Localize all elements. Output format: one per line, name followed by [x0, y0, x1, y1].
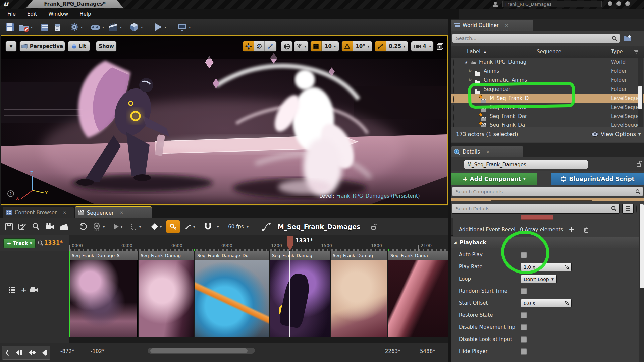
settings-button[interactable]: ▾ [69, 22, 83, 32]
camera-speed-button[interactable]: 4▾ [411, 41, 434, 52]
content-browser-tab[interactable]: Content Browser ✕ [3, 207, 74, 218]
window-maximize-button[interactable] [616, 1, 621, 6]
sequence-clip[interactable]: Seq_Frank_Damage_S [70, 251, 138, 337]
rotate-tool-button[interactable] [254, 41, 264, 51]
step-backward-button[interactable] [15, 349, 22, 356]
create-camera-button[interactable] [45, 222, 55, 231]
content-browser-tab-close-icon[interactable]: ✕ [63, 210, 66, 215]
build-dropdown[interactable]: ▾ [141, 25, 143, 29]
field-expand-icon[interactable] [565, 265, 569, 269]
visibility-eye-icon[interactable] [453, 69, 454, 75]
play-reverse-button[interactable] [42, 349, 47, 356]
launch-button[interactable]: ▾ [177, 22, 191, 32]
sequencer-save-button[interactable] [5, 222, 13, 231]
spawnable-options-button[interactable]: ▾ [92, 222, 105, 231]
sequencer-save-as-button[interactable] [18, 222, 27, 231]
sequence-clip[interactable]: Seq_Frank_Damag [331, 251, 387, 337]
column-sequence[interactable]: Sequence [537, 49, 561, 55]
curve-editor-button[interactable] [262, 222, 272, 231]
keyframe-dropdown[interactable]: ▾ [160, 225, 162, 229]
panel-divider[interactable] [448, 19, 451, 362]
build-button[interactable]: ▾ [129, 22, 143, 32]
playback-options-button[interactable]: ▾ [113, 223, 122, 230]
fps-dropdown[interactable]: 60 fps▾ [228, 224, 249, 230]
sequence-clip[interactable]: Seq_Frank_Damag [139, 251, 194, 337]
range-start-inner[interactable]: -102* [91, 348, 105, 355]
source-control-dropdown[interactable]: ▾ [31, 25, 33, 29]
jump-to-previous-key-button[interactable] [28, 349, 36, 356]
expand-arrow-icon[interactable]: ◢ [465, 60, 467, 64]
auto-key-button[interactable] [166, 220, 180, 233]
rotation-snap-toggle[interactable] [342, 41, 353, 51]
rotation-snap-value-dropdown[interactable]: 10°▾ [353, 41, 372, 51]
menu-window[interactable]: Window [48, 11, 68, 17]
field-expand-icon[interactable] [565, 301, 569, 305]
translate-tool-button[interactable] [243, 41, 254, 51]
search-details-box[interactable] [452, 204, 620, 214]
outliner-row-sequence[interactable]: Seq_Frank_Da LevelSeque [451, 121, 644, 127]
loop-dropdown[interactable]: Don't Loop▼ [521, 275, 557, 283]
source-control-button[interactable]: ▾ [18, 22, 33, 32]
snapping-button[interactable]: ▾ [204, 222, 219, 231]
column-label[interactable]: Label▲ [467, 49, 486, 55]
restore-state-checkbox[interactable] [521, 312, 527, 318]
collapsed-arrow-icon[interactable]: ▷ [469, 69, 472, 72]
select-edit-options-button[interactable]: ▾ [130, 223, 141, 230]
outliner-tab-close-icon[interactable]: ✕ [505, 23, 508, 28]
disable-movement-input-checkbox[interactable] [521, 324, 527, 330]
launch-dropdown[interactable]: ▾ [189, 25, 191, 29]
visibility-eye-icon[interactable] [453, 60, 454, 66]
menu-file[interactable]: File [7, 11, 16, 17]
outliner-row-sequence[interactable]: Seq_Frank_Dar LevelSeque [451, 112, 644, 121]
play-button[interactable]: ▾ [154, 22, 166, 32]
cinematics-button[interactable]: ▾ [107, 22, 122, 32]
visibility-eye-icon[interactable] [453, 96, 454, 102]
details-tab[interactable]: i Details ✕ [451, 146, 523, 157]
select-edit-dropdown[interactable]: ▾ [139, 225, 141, 229]
selected-component-row-partial[interactable] [451, 198, 644, 201]
user-icon[interactable] [492, 1, 498, 7]
blueprints-dropdown[interactable]: ▾ [102, 25, 104, 29]
outliner-search-box[interactable] [452, 34, 620, 43]
world-local-toggle-button[interactable] [281, 41, 293, 52]
outliner-new-folder-button[interactable] [623, 34, 632, 42]
visibility-eye-icon[interactable] [453, 87, 454, 93]
add-component-button[interactable]: + Add Component ▼ [451, 173, 537, 185]
range-start-outer[interactable]: -872* [60, 348, 74, 355]
random-start-time-checkbox[interactable] [521, 288, 527, 294]
keyframe-options-button[interactable]: ▾ [151, 223, 162, 231]
surface-snap-dropdown[interactable]: ▾ [304, 45, 306, 48]
visibility-eye-icon[interactable] [453, 123, 454, 127]
window-title-tab[interactable]: Frank_RPG_Damages* [26, 0, 123, 8]
content-browser-button[interactable] [40, 22, 50, 32]
scrollbar-thumb[interactable] [638, 86, 642, 109]
type-filter-icon[interactable] [634, 50, 639, 54]
sequencer-clips-lane[interactable]: Seq_Frank_Damage_S Seq_Frank_Damag Seq_F… [69, 251, 448, 343]
start-offset-field[interactable]: 0.0 s [521, 299, 572, 307]
key-edit-dropdown[interactable]: ▾ [193, 225, 195, 229]
range-end-inner[interactable]: 2263* [385, 348, 400, 355]
outliner-scrollbar[interactable] [638, 58, 643, 127]
visibility-eye-icon[interactable] [453, 105, 454, 111]
show-menu-button[interactable]: Show [96, 41, 117, 52]
lock-open-icon[interactable] [636, 161, 642, 167]
view-options-button[interactable]: View Options ▼ [591, 131, 641, 137]
delete-array-icon[interactable] [584, 227, 589, 233]
scale-tool-button[interactable] [265, 41, 276, 51]
track-search-icon[interactable] [38, 240, 44, 246]
scrollbar-thumb[interactable] [640, 204, 644, 288]
details-visibility-eye-icon[interactable] [636, 206, 637, 212]
settings-dropdown[interactable]: ▾ [81, 25, 83, 29]
details-scrollbar[interactable] [639, 204, 644, 362]
window-close-button[interactable] [625, 1, 630, 6]
sequencer-tab-close-icon[interactable]: ✕ [120, 210, 123, 215]
search-details-input[interactable] [455, 206, 611, 212]
playback-options-dropdown[interactable]: ▾ [121, 225, 122, 229]
hide-player-checkbox[interactable] [521, 348, 527, 355]
current-time-display[interactable]: 1331* [44, 239, 63, 246]
sequence-breadcrumb[interactable]: M_Seq_Frank_Damages [278, 223, 361, 230]
cinematics-dropdown[interactable]: ▾ [120, 25, 122, 29]
column-type[interactable]: Type [611, 49, 623, 55]
key-edit-options-button[interactable]: ▾ [184, 223, 195, 230]
marketplace-button[interactable] [53, 22, 62, 32]
